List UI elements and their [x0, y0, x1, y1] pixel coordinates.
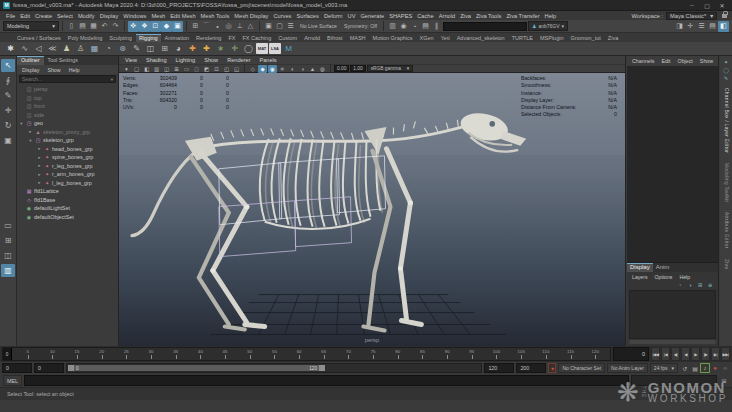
- character-set-menu[interactable]: No Character Set: [558, 363, 605, 373]
- menu-item-22[interactable]: Help: [544, 13, 558, 19]
- play-forward-button[interactable]: ▶: [691, 347, 700, 361]
- shelf-tab-17[interactable]: MSPlugin: [537, 34, 567, 42]
- menu-item-14[interactable]: UV: [347, 13, 357, 19]
- gate-mask-icon[interactable]: ◩: [202, 65, 211, 73]
- animation-start-field[interactable]: 0: [2, 363, 32, 373]
- menu-item-7[interactable]: Mesh: [150, 13, 166, 19]
- layer-list[interactable]: [629, 290, 716, 339]
- horizontal-scrollbar[interactable]: [629, 340, 716, 344]
- xray-icon[interactable]: ◍: [318, 65, 327, 73]
- shelf-tab-11[interactable]: MASH: [347, 34, 369, 42]
- shelf-tab-7[interactable]: FX Caching: [239, 34, 274, 42]
- construction-history-icon[interactable]: ☰: [285, 21, 296, 32]
- mat-shelf-button[interactable]: MAT: [256, 43, 268, 54]
- current-frame-field[interactable]: 0: [613, 347, 649, 361]
- loop-playback-icon[interactable]: ↺: [680, 363, 690, 373]
- menu-item-0[interactable]: File: [5, 13, 16, 19]
- menu-item-10[interactable]: Mesh Display: [233, 13, 269, 19]
- image-plane-icon[interactable]: ◫: [162, 65, 171, 73]
- timeline-playhead[interactable]: 0: [3, 348, 12, 360]
- toggle-outliner-icon[interactable]: ☰: [696, 21, 707, 32]
- pose-editor-icon[interactable]: ✦: [722, 58, 731, 65]
- fps-select[interactable]: 24 fps ▾: [650, 363, 678, 373]
- viewport-menu-3[interactable]: Show: [203, 57, 219, 63]
- toggle-tool-settings-icon[interactable]: ✛: [685, 21, 696, 32]
- menu-item-6[interactable]: Windows: [122, 13, 147, 19]
- outliner-tab-0[interactable]: Outliner: [17, 56, 44, 65]
- viewport-menu-4[interactable]: Renderer: [226, 57, 251, 63]
- playback-end-field[interactable]: 120: [484, 363, 514, 373]
- shelf-tab-9[interactable]: Arnold: [301, 34, 323, 42]
- layer-playback-icon[interactable]: ◑: [686, 282, 694, 289]
- scale-tool[interactable]: ▣: [1, 134, 15, 147]
- layout-two-pane[interactable]: ◫: [1, 249, 15, 262]
- layout-single-pane[interactable]: ▭: [1, 219, 15, 232]
- clip-editor-icon[interactable]: ▤: [690, 363, 700, 373]
- lasso-select-tool[interactable]: ∮: [1, 74, 15, 87]
- expand-icon[interactable]: ▾: [19, 121, 24, 126]
- menu-item-18[interactable]: Arnold: [438, 13, 456, 19]
- shelf-tab-12[interactable]: Motion Graphics: [370, 34, 416, 42]
- workspace-select[interactable]: Maya Classic* ▾: [666, 12, 717, 20]
- command-input[interactable]: [24, 375, 629, 386]
- menu-item-9[interactable]: Mesh Tools: [200, 13, 231, 19]
- expand-icon[interactable]: ▸: [37, 172, 42, 177]
- output-connections-icon[interactable]: ▢: [274, 21, 285, 32]
- layer-editor-menu-2[interactable]: Help: [678, 274, 691, 280]
- menu-item-3[interactable]: Select: [56, 13, 74, 19]
- wireframe-icon[interactable]: ◇: [248, 65, 257, 73]
- maya-m-shelf-icon[interactable]: M: [282, 42, 295, 55]
- menu-item-19[interactable]: Ziva: [459, 13, 472, 19]
- go-to-end-button[interactable]: ▶▶|: [721, 347, 730, 361]
- snap-point-icon[interactable]: •: [212, 21, 223, 32]
- go-to-bind-pose-icon[interactable]: ⊛: [116, 42, 129, 55]
- minimize-button[interactable]: –: [685, 1, 699, 10]
- snap-curve-icon[interactable]: ⌒: [201, 21, 212, 32]
- view-transform-select[interactable]: sRGB gamma ▾: [367, 65, 414, 72]
- new-layer-from-selected-icon[interactable]: ⊕: [706, 282, 714, 289]
- shelf-tab-4[interactable]: Animation: [162, 34, 192, 42]
- select-mask-curve-icon[interactable]: ▣: [172, 21, 183, 32]
- outliner-item-geo[interactable]: ▾◳geo: [17, 119, 118, 128]
- open-render-view-icon[interactable]: ▥: [387, 21, 398, 32]
- outliner-tab-1[interactable]: Tool Settings: [44, 56, 82, 65]
- menu-item-5[interactable]: Display: [99, 13, 120, 19]
- outliner-item-r_leg_bones_grp[interactable]: ▸✦r_leg_bones_grp: [17, 162, 118, 171]
- go-to-start-button[interactable]: |◀◀: [651, 347, 660, 361]
- outliner-item-head_bones_grp[interactable]: ▸✦head_bones_grp: [17, 145, 118, 154]
- outliner-item-persp[interactable]: ◫persp: [17, 85, 118, 94]
- field-chart-icon[interactable]: ⊡: [212, 65, 221, 73]
- shelf-tab-2[interactable]: Sculpting: [106, 34, 135, 42]
- playback-start-field[interactable]: 0: [34, 363, 64, 373]
- render-current-frame-icon[interactable]: ◉: [398, 21, 409, 32]
- snap-view-plane-icon[interactable]: ⊥: [234, 21, 245, 32]
- ik-handle-icon[interactable]: ∿: [18, 42, 31, 55]
- render-settings-icon[interactable]: ▤: [420, 21, 431, 32]
- step-forward-frame-button[interactable]: ▶|: [711, 347, 720, 361]
- layer-editor-tab-1[interactable]: Anim: [653, 263, 673, 272]
- chevron-down-icon[interactable]: ▾: [111, 77, 115, 82]
- channel-box-body[interactable]: [627, 66, 718, 262]
- lock-camera-icon[interactable]: ▢: [132, 65, 141, 73]
- toggle-channel-box-icon[interactable]: ◧: [718, 21, 729, 32]
- lock-icon[interactable]: [722, 14, 727, 18]
- layer-editor-tab-0[interactable]: Display: [627, 263, 653, 272]
- move-tool[interactable]: ✛: [1, 104, 15, 117]
- control-circle-icon[interactable]: ◯: [242, 42, 255, 55]
- expand-icon[interactable]: ▸: [37, 163, 42, 168]
- shelf-tab-15[interactable]: Advanced_skeleton: [454, 34, 508, 42]
- menu-item-15[interactable]: Generate: [359, 13, 385, 19]
- script-editor-icon[interactable]: ⊞: [719, 376, 729, 386]
- sidebar-vertical-tab-1[interactable]: Modeling Toolkit: [724, 163, 729, 202]
- sound-icon[interactable]: ♪: [700, 363, 710, 373]
- menu-item-16[interactable]: SHAPES: [388, 13, 413, 19]
- channel-box-menu-3[interactable]: Show: [699, 58, 714, 64]
- blend-shape-icon[interactable]: ◕: [172, 42, 185, 55]
- range-slider-track[interactable]: 0 120: [66, 363, 482, 373]
- outliner-item-l_leg_bones_grp[interactable]: ▸✦l_leg_bones_grp: [17, 179, 118, 188]
- humanik-icon[interactable]: ♙: [74, 42, 87, 55]
- new-empty-layer-icon[interactable]: ⊞: [696, 282, 704, 289]
- select-mask-hierarchy-icon[interactable]: ✜: [128, 21, 139, 32]
- viewport-menu-1[interactable]: Shading: [145, 57, 168, 63]
- shelf-tab-13[interactable]: XGen: [417, 34, 437, 42]
